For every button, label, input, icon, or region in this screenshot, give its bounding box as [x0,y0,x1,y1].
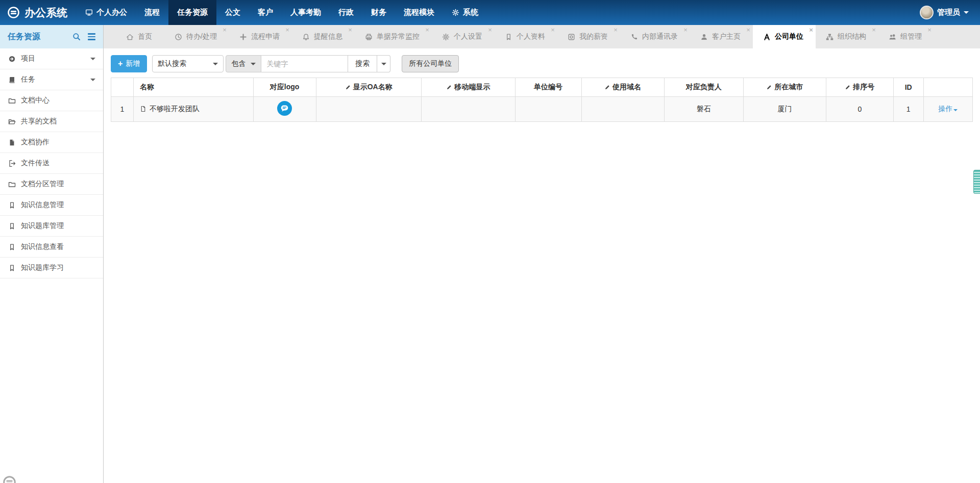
sidebar-item-7[interactable]: 知识信息管理 [0,195,103,216]
tab-10[interactable]: 公司单位× [753,25,816,48]
clock-icon [175,33,182,41]
close-icon[interactable]: × [927,27,932,33]
nav-item-label: 流程模块 [404,8,434,17]
nav-item-7[interactable]: 财务 [362,0,395,25]
close-icon[interactable]: × [551,27,555,33]
close-icon[interactable]: × [425,27,429,33]
bookmark-icon [8,243,16,251]
tab-label: 组管理 [900,32,922,41]
nav-item-9[interactable]: 系统 [443,0,487,25]
tab-bar: 首页待办/处理×流程申请×提醒信息×单据异常监控×个人设置×个人资料×我的薪资×… [104,25,980,48]
chevron-down-icon [251,63,256,65]
tab-6[interactable]: 个人资料× [495,25,557,48]
tab-8[interactable]: 内部通讯录× [620,25,690,48]
search-type-value: 默认搜索 [158,59,203,68]
file-icon [8,139,16,146]
bookmark-icon [505,33,512,41]
column-header-8: 所在城市 [743,78,826,97]
sidebar-item-4[interactable]: 文档协作 [0,132,103,153]
column-header-6: 使用域名 [581,78,664,97]
nav-item-5[interactable]: 人事考勤 [282,0,330,25]
close-icon[interactable]: × [488,27,492,33]
match-type-select[interactable]: 包含 [226,55,261,72]
nav-item-4[interactable]: 客户 [249,0,282,25]
tab-5[interactable]: 个人设置× [432,25,495,48]
sidebar-item-0[interactable]: 项目 [0,48,103,69]
side-panel-handle[interactable] [973,170,980,194]
close-icon[interactable]: × [285,27,289,33]
tab-11[interactable]: 组织结构× [816,25,878,48]
arrow-circle-right-icon [8,55,16,63]
close-icon[interactable]: × [348,27,352,33]
bookmark-icon [8,222,16,230]
navbar-menu: 个人办公流程任务资源公文客户人事考勤行政财务流程模块系统 [77,0,487,25]
all-company-units-button[interactable]: 所有公司单位 [402,55,459,72]
app-brand[interactable]: 办公系统 [0,0,77,25]
sidebar-item-label: 文件传送 [21,159,50,168]
mobile-display-cell[interactable] [421,97,515,122]
sidebar-item-6[interactable]: 文档分区管理 [0,174,103,195]
keyword-input[interactable] [261,55,348,72]
search-icon[interactable] [72,33,81,41]
nav-item-6[interactable]: 行政 [330,0,362,25]
close-icon[interactable]: × [809,27,813,33]
close-icon[interactable]: × [746,27,750,33]
domain-cell[interactable] [581,97,664,122]
user-menu[interactable]: 管理员 [909,0,980,25]
tab-3[interactable]: 提醒信息× [292,25,355,48]
nav-item-8[interactable]: 流程模块 [395,0,443,25]
column-header-2: 对应logo [253,78,316,97]
tab-label: 个人资料 [517,32,545,41]
search-type-select[interactable]: 默认搜索 [152,55,224,72]
nav-item-0[interactable]: 个人办公 [77,0,136,25]
sidebar-item-8[interactable]: 知识题库管理 [0,216,103,237]
tab-label: 提醒信息 [314,32,342,41]
nav-item-2[interactable]: 任务资源 [168,0,216,25]
search-button[interactable]: 搜索 [348,55,377,72]
nav-item-3[interactable]: 公文 [216,0,249,25]
sidebar-item-3[interactable]: 共享的文档 [0,111,103,132]
city-cell[interactable]: 厦门 [743,97,826,122]
sidebar-item-1[interactable]: 任务 [0,69,103,90]
tab-1[interactable]: 待办/处理× [164,25,229,48]
tab-2[interactable]: 流程申请× [229,25,292,48]
close-icon[interactable]: × [872,27,876,33]
tab-7[interactable]: 我的薪资× [557,25,620,48]
sidebar-item-label: 项目 [21,54,35,63]
sidebar-item-label: 文档协作 [21,138,50,147]
nav-item-1[interactable]: 流程 [136,0,168,25]
column-header-label: 所在城市 [774,83,803,91]
search-options-button[interactable] [377,55,390,72]
gear-icon [452,9,459,16]
export-icon [8,160,16,167]
users-icon [889,33,896,41]
sidebar-item-label: 知识信息查看 [21,242,64,251]
close-icon[interactable]: × [683,27,688,33]
nav-item-label: 公文 [225,8,240,17]
action-dropdown[interactable]: 操作 [938,105,958,113]
oa-name-cell[interactable] [316,97,421,122]
sidebar-item-9[interactable]: 知识信息查看 [0,237,103,258]
tab-4[interactable]: 单据异常监控× [355,25,432,48]
close-icon[interactable]: × [223,27,227,33]
sidebar-item-label: 文档中心 [21,96,50,105]
tab-9[interactable]: 客户主页× [690,25,753,48]
nav-item-label: 行政 [338,8,354,17]
file-icon [140,106,146,112]
sidebar-item-10[interactable]: 知识题库学习 [0,258,103,278]
keyword-search-group: 包含 搜索 [226,55,390,72]
menu-toggle-icon[interactable] [88,33,95,40]
add-button[interactable]: + 新增 [111,55,147,72]
unit-no-cell [515,97,581,122]
sort-no-cell[interactable]: 0 [826,97,893,122]
tab-12[interactable]: 组管理× [878,25,934,48]
user-icon [700,33,708,41]
company-units-table: 名称对应logo显示OA名称移动端显示单位编号使用域名对应负责人所在城市排序号I… [111,78,973,122]
tab-0[interactable]: 首页 [116,25,164,48]
sidebar-item-2[interactable]: 文档中心 [0,90,103,111]
sidebar-item-5[interactable]: 文件传送 [0,153,103,174]
add-button-label: 新增 [126,59,140,68]
nav-item-label: 系统 [463,8,478,17]
close-icon[interactable]: × [614,27,618,33]
plus-icon [239,33,247,41]
